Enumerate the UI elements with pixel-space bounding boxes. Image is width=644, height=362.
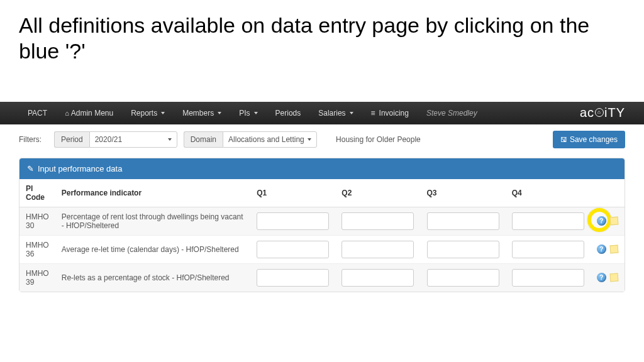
q3-input[interactable] (427, 241, 499, 258)
q4-input[interactable] (512, 241, 584, 258)
cell-indicator: Average re-let time (calendar days) - Hf… (55, 235, 250, 263)
period-select[interactable]: 2020/21 (89, 131, 177, 148)
list-icon (371, 109, 377, 118)
period-filter: Period 2020/21 (54, 131, 177, 148)
cell-code: HMHO 30 (19, 207, 55, 235)
nav-admin-menu[interactable]: ⌂Admin Menu (56, 109, 122, 118)
col-q4: Q4 (506, 179, 591, 207)
table-row: HMHO 39 Re-lets as a percentage of stock… (19, 263, 625, 292)
col-pi-code: PI Code (19, 179, 55, 207)
filters-bar: Filters: Period 2020/21 Domain Allocatio… (0, 124, 644, 155)
nav-salaries[interactable]: Salaries (309, 109, 362, 118)
slide-title: All definitions available on data entry … (0, 0, 644, 70)
q2-input[interactable] (341, 269, 414, 287)
table-row: HMHO 30 Percentage of rent lost through … (19, 207, 625, 235)
context-label: Housing for Older People (336, 135, 421, 144)
note-icon[interactable] (609, 273, 618, 282)
brand-logo: ac⌂iTY (580, 106, 625, 120)
col-q2: Q2 (335, 179, 420, 207)
chevron-down-icon (254, 112, 258, 114)
domain-select[interactable]: Allocations and Letting (223, 131, 317, 148)
col-indicator: Performance indicator (55, 179, 250, 207)
cell-code: HMHO 39 (19, 263, 55, 292)
period-label: Period (54, 131, 89, 148)
chevron-down-icon (350, 112, 353, 114)
note-icon[interactable] (609, 245, 618, 254)
chevron-down-icon (308, 138, 311, 141)
q3-input[interactable] (427, 269, 499, 287)
nav-brand[interactable]: PACT (19, 109, 56, 118)
cell-indicator: Re-lets as a percentage of stock - HfOP/… (55, 263, 250, 292)
col-q3: Q3 (421, 179, 506, 207)
col-q1: Q1 (250, 179, 335, 207)
nav-invoicing[interactable]: Invoicing (362, 109, 418, 118)
cell-indicator: Percentage of rent lost through dwelling… (55, 207, 250, 235)
help-icon[interactable]: ? (597, 273, 606, 282)
help-icon[interactable]: ? (597, 216, 606, 226)
q4-input[interactable] (512, 212, 584, 230)
q4-input[interactable] (512, 269, 584, 287)
nav-periods[interactable]: Periods (267, 109, 310, 118)
panel-heading: Input performance data (19, 158, 625, 179)
data-entry-panel: Input performance data PI Code Performan… (19, 158, 625, 292)
edit-icon (27, 164, 34, 173)
q2-input[interactable] (341, 241, 414, 258)
q2-input[interactable] (341, 212, 414, 230)
domain-filter: Domain Allocations and Letting (184, 131, 317, 148)
performance-table: PI Code Performance indicator Q1 Q2 Q3 Q… (19, 179, 625, 292)
cell-code: HMHO 36 (19, 235, 55, 263)
nav-members[interactable]: Members (174, 109, 230, 118)
top-navbar: PACT ⌂Admin Menu Reports Members PIs Per… (0, 102, 644, 124)
chevron-down-icon (218, 112, 221, 114)
note-icon[interactable] (609, 217, 618, 226)
save-changes-button[interactable]: Save changes (553, 131, 625, 148)
domain-label: Domain (184, 131, 223, 148)
save-icon (560, 135, 567, 144)
nav-pis[interactable]: PIs (230, 109, 266, 118)
nav-reports[interactable]: Reports (122, 109, 174, 118)
nav-user[interactable]: Steve Smedley (418, 109, 486, 118)
filters-label: Filters: (19, 135, 42, 144)
q3-input[interactable] (427, 212, 499, 230)
chevron-down-icon (168, 138, 172, 141)
q1-input[interactable] (257, 241, 329, 258)
table-row: HMHO 36 Average re-let time (calendar da… (19, 235, 625, 263)
help-icon[interactable]: ? (597, 244, 606, 254)
chevron-down-icon (161, 112, 165, 114)
home-icon: ⌂ (65, 109, 69, 117)
q1-input[interactable] (257, 269, 329, 287)
q1-input[interactable] (257, 212, 329, 230)
